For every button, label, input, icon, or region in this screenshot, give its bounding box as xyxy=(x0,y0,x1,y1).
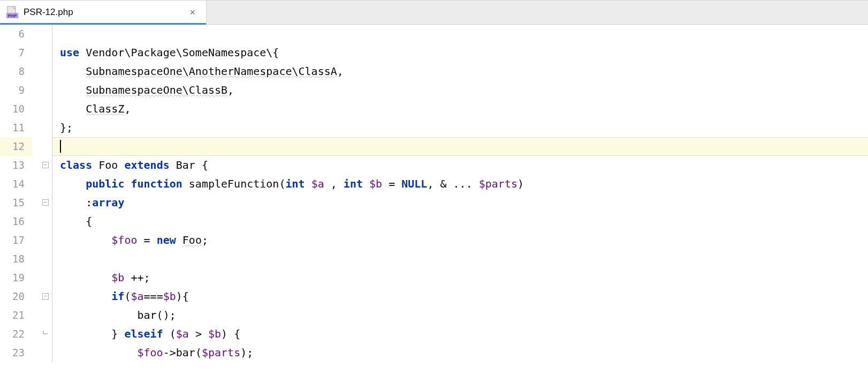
code-text[interactable]: $foo = new Foo; xyxy=(52,231,868,250)
code-line[interactable]: 9 SubnamespaceOne\ClassB, xyxy=(0,81,868,100)
fold-gutter xyxy=(32,43,52,62)
line-number: 9 xyxy=(0,81,32,100)
tab-bar: PHP PSR-12.php × xyxy=(0,0,868,25)
fold-gutter xyxy=(32,193,52,212)
fold-gutter xyxy=(32,137,52,156)
line-number: 12 xyxy=(0,137,32,156)
fold-gutter xyxy=(32,343,52,362)
fold-gutter xyxy=(32,325,52,343)
code-text[interactable] xyxy=(52,25,868,43)
code-text[interactable]: :array xyxy=(52,193,868,212)
line-number: 21 xyxy=(0,306,32,325)
code-line[interactable]: 18 xyxy=(0,250,868,268)
code-line[interactable]: 15 :array xyxy=(0,193,868,212)
code-line[interactable]: 7use Vendor\Package\SomeNamespace\{ xyxy=(0,43,868,62)
code-line[interactable]: 16 { xyxy=(0,212,868,231)
close-tab-icon[interactable]: × xyxy=(186,6,199,19)
code-text[interactable]: }; xyxy=(52,118,868,137)
code-text[interactable]: if($a===$b){ xyxy=(52,287,868,306)
code-line[interactable]: 23 $foo->bar($parts); xyxy=(0,343,868,362)
line-number: 14 xyxy=(0,175,32,193)
text-caret xyxy=(60,140,61,153)
code-line[interactable]: 19 $b ++; xyxy=(0,268,868,287)
code-line[interactable]: 17 $foo = new Foo; xyxy=(0,231,868,250)
fold-gutter xyxy=(32,287,52,306)
fold-gutter xyxy=(32,100,52,118)
fold-gutter xyxy=(32,250,52,268)
code-text[interactable]: $foo->bar($parts); xyxy=(52,343,868,362)
code-line[interactable]: 6 xyxy=(0,25,868,43)
tab-filename: PSR-12.php xyxy=(24,7,182,18)
code-line[interactable]: 12 xyxy=(0,137,868,156)
line-number: 23 xyxy=(0,343,32,362)
fold-gutter xyxy=(32,212,52,231)
code-text[interactable]: bar(); xyxy=(52,306,868,325)
line-number: 18 xyxy=(0,250,32,268)
code-line[interactable]: 14 public function sampleFunction(int $a… xyxy=(0,175,868,193)
line-number: 20 xyxy=(0,287,32,306)
code-text[interactable] xyxy=(52,250,868,268)
code-line[interactable]: 10 ClassZ, xyxy=(0,100,868,118)
svg-text:PHP: PHP xyxy=(8,13,17,18)
line-number: 15 xyxy=(0,193,32,212)
line-number: 22 xyxy=(0,325,32,343)
code-line[interactable]: 21 bar(); xyxy=(0,306,868,325)
fold-gutter xyxy=(32,118,52,137)
line-number: 17 xyxy=(0,231,32,250)
line-number: 7 xyxy=(0,43,32,62)
fold-end-icon[interactable] xyxy=(42,331,49,337)
code-text[interactable]: SubnamespaceOne\AnotherNamespace\ClassA, xyxy=(52,62,868,81)
line-number: 8 xyxy=(0,62,32,81)
code-text[interactable]: class Foo extends Bar { xyxy=(52,156,868,175)
code-text[interactable]: $b ++; xyxy=(52,268,868,287)
code-text[interactable]: ClassZ, xyxy=(52,100,868,118)
line-number: 6 xyxy=(0,25,32,43)
fold-gutter xyxy=(32,306,52,325)
line-number: 11 xyxy=(0,118,32,137)
code-text[interactable]: use Vendor\Package\SomeNamespace\{ xyxy=(52,43,868,62)
code-text[interactable]: } elseif ($a > $b) { xyxy=(52,325,868,343)
fold-gutter xyxy=(32,231,52,250)
code-text[interactable]: { xyxy=(52,212,868,231)
fold-gutter xyxy=(32,175,52,193)
editor-area[interactable]: 67use Vendor\Package\SomeNamespace\{8 Su… xyxy=(0,25,868,374)
code-line[interactable]: 11}; xyxy=(0,118,868,137)
php-file-icon: PHP xyxy=(5,5,19,19)
code-line[interactable]: 8 SubnamespaceOne\AnotherNamespace\Class… xyxy=(0,62,868,81)
line-number: 19 xyxy=(0,268,32,287)
fold-toggle-icon[interactable] xyxy=(42,199,49,206)
fold-gutter xyxy=(32,81,52,100)
code-line[interactable]: 20 if($a===$b){ xyxy=(0,287,868,306)
fold-gutter xyxy=(32,62,52,81)
line-number: 16 xyxy=(0,212,32,231)
code-line[interactable]: 13class Foo extends Bar { xyxy=(0,156,868,175)
code-text[interactable]: public function sampleFunction(int $a , … xyxy=(52,175,868,193)
fold-toggle-icon[interactable] xyxy=(42,162,49,168)
fold-gutter xyxy=(32,25,52,43)
editor-tab[interactable]: PHP PSR-12.php × xyxy=(0,1,207,24)
line-number: 10 xyxy=(0,100,32,118)
fold-toggle-icon[interactable] xyxy=(42,293,49,300)
line-number: 13 xyxy=(0,156,32,175)
fold-gutter xyxy=(32,268,52,287)
code-text[interactable]: SubnamespaceOne\ClassB, xyxy=(52,81,868,100)
code-text[interactable] xyxy=(52,137,868,156)
fold-gutter xyxy=(32,156,52,175)
code-line[interactable]: 22 } elseif ($a > $b) { xyxy=(0,325,868,343)
